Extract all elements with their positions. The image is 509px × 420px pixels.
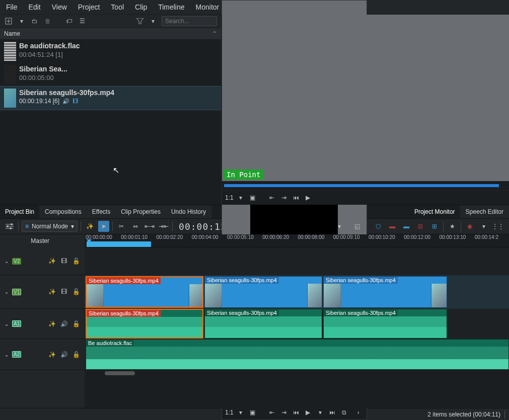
zone-out-icon[interactable]: ▬ [401,221,412,232]
track-label[interactable]: V1 [12,289,21,295]
effects-icon[interactable]: ✨ [47,319,56,328]
menu-project[interactable]: Project [78,3,100,11]
chevron-down-icon[interactable]: ⌄ [4,288,9,295]
chevron-right-icon[interactable]: › [353,407,363,417]
chevron-down-icon[interactable]: ▾ [478,221,489,232]
menu-clip[interactable]: Clip [135,3,147,11]
project-monitor-scrubber[interactable] [222,181,509,190]
track-label[interactable]: V2 [12,258,21,265]
timeline-clip[interactable]: Be audiotrack.flac [86,339,509,370]
overwrite-icon[interactable]: ⊟ [415,221,426,232]
set-in-icon[interactable]: ⇤ [267,407,277,417]
insert-icon[interactable]: ⊞ [429,221,440,232]
tab-effects[interactable]: Effects [87,205,116,218]
tab-compositions[interactable]: Compositions [40,205,87,218]
magic-wand-icon[interactable]: ✨ [84,221,95,232]
timeline-clip[interactable]: Siberian seagulls-30fps.mp4 [86,309,203,339]
chevron-down-icon[interactable]: ▾ [236,193,246,203]
zoom-label[interactable]: 1:1 [225,194,234,201]
chevron-down-icon[interactable]: ▾ [334,221,345,232]
menu-tool[interactable]: Tool [111,3,124,11]
menu-file[interactable]: File [6,3,18,11]
menu-view[interactable]: View [52,3,67,11]
effects-icon[interactable]: ✨ [47,287,56,296]
track-label[interactable]: A1 [12,320,21,327]
ripple-in-icon[interactable]: ⇤⇥ [144,221,155,232]
lock-icon[interactable]: 🔓 [71,350,81,359]
mix-icon[interactable]: ⬡ [373,221,384,232]
timeline-clip[interactable]: Siberian seagulls-30fps.mp4 [323,276,447,308]
film-icon[interactable]: 🎞 [59,257,68,266]
collapse-icon[interactable]: ⌃ [212,30,217,37]
add-clip-icon[interactable] [4,17,13,26]
menu-edit[interactable]: Edit [29,3,41,11]
trash-icon[interactable]: 🗑 [43,17,52,26]
menu-monitor[interactable]: Monitor [196,3,220,11]
track-settings-icon[interactable] [4,221,15,232]
track-label[interactable]: A2 [12,351,21,358]
timeline-clip[interactable]: Siberian seagulls-30fps.mp4 [86,276,203,308]
tab-clip-properties[interactable]: Clip Properties [116,205,166,218]
mute-icon[interactable]: 🔊 [59,319,68,328]
spacer-tool-icon[interactable]: ⇔ [130,221,141,232]
timeline-tracks[interactable]: Siberian seagulls-30fps.mp4 Siberian sea… [85,247,509,408]
effects-icon[interactable]: ✨ [47,257,56,266]
chevron-down-icon[interactable]: ▾ [236,407,246,417]
favorite-icon[interactable]: ★ [447,221,458,232]
record-icon[interactable]: ◉ [464,221,475,232]
bin-item[interactable]: Be audiotrack.flac 00:04:51:24 [1] [0,40,221,63]
tab-project-monitor[interactable]: Project Monitor [409,205,461,218]
rewind-icon[interactable]: ⏮ [291,407,301,417]
track-head-a2[interactable]: ⌄ A2 ✨ 🔊 🔓 [0,339,85,370]
fullscreen-icon[interactable]: ▣ [248,193,258,203]
tab-undo-history[interactable]: Undo History [166,205,211,218]
timeline-clip[interactable]: Siberian seagulls-30fps.mp4 [204,276,322,308]
fullscreen-icon[interactable]: ▣ [248,407,258,417]
tab-project-bin[interactable]: Project Bin [0,205,40,218]
bin-column-header[interactable]: Name ⌃ [0,28,221,40]
effects-icon[interactable]: ✨ [47,350,56,359]
filter-icon[interactable] [135,17,144,26]
chevron-down-icon[interactable]: ▾ [17,17,26,26]
tag-icon[interactable]: 🏷 [64,17,74,26]
bin-item[interactable]: Siberian seagulls-30fps.mp4 00:00:19:14 … [0,86,221,110]
lock-icon[interactable]: 🔓 [71,287,81,296]
set-out-icon[interactable]: ⇥ [279,407,289,417]
set-out-icon[interactable]: ⇥ [279,193,289,203]
tab-speech-editor[interactable]: Speech Editor [461,205,509,218]
zone-in-icon[interactable]: ▬ [387,221,398,232]
horizontal-scrollbar[interactable] [105,371,135,375]
chevron-down-icon[interactable]: ▾ [315,407,325,417]
zoom-label[interactable]: 1:1 [225,409,234,416]
timeline-clip[interactable]: Siberian seagulls-30fps.mp4 [323,309,447,339]
play-icon[interactable]: ▶ [303,193,313,203]
play-icon[interactable]: ▶ [303,407,313,417]
mute-icon[interactable]: 🔊 [59,350,68,359]
menu-timeline[interactable]: Timeline [158,3,184,11]
chevron-down-icon[interactable]: ⌄ [4,320,9,327]
track-head-v2[interactable]: ⌄ V2 ✨ 🎞 🔓 [0,247,85,275]
track-head-a1[interactable]: ⌄ A1 ✨ 🔊 🔓 [0,309,85,339]
chevron-down-icon[interactable]: ▾ [149,17,158,26]
crop-icon[interactable]: ⧉ [339,407,349,417]
options-icon[interactable]: ⋮⋮ [492,221,503,232]
ripple-out-icon[interactable]: ⇥⇤ [158,221,169,232]
edit-mode-select[interactable]: ≡ Normal Mode ▾ [22,221,78,232]
master-track-label[interactable]: Master [0,234,85,247]
search-input[interactable] [162,16,217,26]
chevron-down-icon[interactable]: ⌄ [4,351,9,358]
timeline-clip[interactable]: Siberian seagulls-30fps.mp4 [204,309,322,339]
forward-icon[interactable]: ⏭ [327,407,337,417]
track-head-v1[interactable]: ⌄ V1 ✨ 🎞 🔓 [0,275,85,309]
razor-tool-icon[interactable]: ✂ [116,221,127,232]
proxy-icon[interactable]: ◱ [351,221,362,232]
bin-item[interactable]: Siberian Sea... 00:00:05:00 [0,63,221,86]
chevron-down-icon[interactable]: ⌄ [4,258,9,265]
rewind-icon[interactable]: ⏮ [291,193,301,203]
lock-icon[interactable]: 🔓 [71,319,81,328]
hamburger-icon[interactable]: ☰ [78,17,87,26]
set-in-icon[interactable]: ⇤ [267,193,277,203]
lock-icon[interactable]: 🔓 [71,257,81,266]
selection-tool-icon[interactable]: ➤ [98,221,109,232]
timeline-ruler[interactable]: 00:00:00:0000:00:01:1000:00:02:2000:00:0… [85,234,509,247]
